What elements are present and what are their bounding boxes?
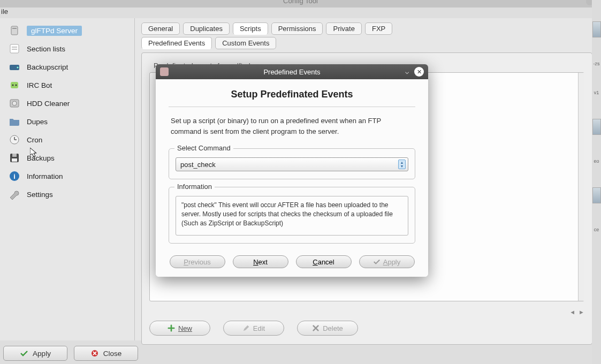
- delete-button[interactable]: Delete: [297, 321, 358, 336]
- sidebar-item-label: Backups: [27, 154, 55, 162]
- plus-icon: [168, 324, 175, 332]
- svg-point-11: [12, 101, 17, 105]
- close-button-label: Close: [103, 350, 122, 358]
- next-button-label: Next: [253, 258, 268, 266]
- dialog-close-icon[interactable]: ✕: [414, 67, 424, 77]
- sidebar-item-label: glFTPd Server: [27, 26, 82, 36]
- dialog-app-icon: [160, 67, 169, 76]
- edit-button[interactable]: Edit: [223, 321, 284, 336]
- svg-rect-0: [11, 26, 18, 35]
- sidebar-item-irc-bot[interactable]: IRC Bot: [0, 76, 134, 94]
- information-label: Information: [174, 183, 215, 191]
- h-scroll-arrows[interactable]: ◄►: [569, 309, 584, 315]
- sidebar-item-label: Dupes: [27, 118, 48, 126]
- spinner-icon[interactable]: ▲▼: [398, 160, 406, 169]
- hdd-icon: [7, 96, 21, 110]
- sidebar-item-label: HDD Cleaner: [27, 100, 70, 108]
- predefined-events-dialog: Predefined Events ⌵ ✕ Setup Predefinated…: [156, 64, 428, 277]
- close-button[interactable]: Close: [74, 346, 138, 361]
- tab-scripts[interactable]: Scripts: [233, 22, 268, 35]
- svg-text:i: i: [13, 172, 16, 180]
- sidebar-item-hdd-cleaner[interactable]: HDD Cleaner: [0, 94, 134, 112]
- select-command-label: Select Command: [174, 144, 233, 152]
- new-button[interactable]: New: [149, 321, 210, 336]
- thumbnail[interactable]: [592, 187, 601, 203]
- next-button[interactable]: Next: [233, 255, 288, 268]
- list-icon: [7, 42, 21, 56]
- dialog-apply-button[interactable]: Apply: [359, 255, 415, 268]
- clock-icon: [7, 133, 21, 147]
- x-icon: [312, 324, 319, 332]
- check-icon: [20, 349, 28, 358]
- dialog-apply-label: Apply: [383, 258, 401, 266]
- previous-button-label: Previous: [184, 258, 211, 266]
- svg-point-8: [12, 85, 14, 86]
- sidebar-item-label: Section lists: [27, 45, 65, 53]
- vertical-scrollbar[interactable]: [578, 73, 584, 301]
- menu-file[interactable]: ile: [1, 7, 8, 16]
- tab-private[interactable]: Private: [326, 22, 361, 35]
- svg-point-9: [16, 85, 17, 86]
- drive-icon: [7, 60, 21, 74]
- information-fieldset: Information "post check" This event will…: [169, 187, 415, 244]
- sidebar-item-label: Settings: [27, 191, 53, 199]
- new-button-label: New: [178, 324, 192, 332]
- sidebar: glFTPd Server Section lists Backupscript…: [0, 18, 135, 340]
- previous-button[interactable]: Previous: [170, 255, 225, 268]
- tab-fxp[interactable]: FXP: [365, 22, 392, 35]
- cancel-button-label: Cancel: [313, 258, 334, 266]
- command-combo[interactable]: post_check ▲▼: [176, 157, 408, 171]
- sidebar-item-section-lists[interactable]: Section lists: [0, 40, 134, 58]
- wrench-icon: [7, 187, 21, 201]
- scroll-left-icon: ◄: [569, 309, 575, 315]
- tab-permissions[interactable]: Permissions: [271, 22, 323, 35]
- sidebar-item-information[interactable]: i Information: [0, 167, 134, 185]
- information-text: "post check" This event will occur AFTER…: [176, 196, 408, 236]
- apply-button[interactable]: Apply: [3, 346, 67, 361]
- subtab-custom[interactable]: Custom Events: [215, 37, 276, 49]
- floppy-icon: [7, 151, 21, 165]
- check-icon: [373, 258, 381, 266]
- main-tabs: General Duplicates Scripts Permissions P…: [141, 22, 592, 35]
- svg-rect-2: [10, 44, 19, 53]
- svg-point-6: [17, 66, 18, 68]
- pencil-icon: [242, 324, 250, 332]
- cancel-button[interactable]: Cancel: [296, 255, 352, 268]
- window-titlebar: Config Tool: [0, 0, 601, 7]
- dialog-collapse-icon[interactable]: ⌵: [405, 68, 409, 75]
- robot-icon: [7, 78, 21, 92]
- menubar: ile: [0, 7, 601, 19]
- folder-icon: [7, 115, 21, 128]
- sidebar-item-glftpd-server[interactable]: glFTPd Server: [0, 21, 134, 40]
- sidebar-item-backups[interactable]: Backups: [0, 149, 134, 167]
- sidebar-item-label: IRC Bot: [27, 81, 52, 89]
- tab-general[interactable]: General: [141, 22, 180, 35]
- sidebar-item-settings[interactable]: Settings: [0, 185, 134, 203]
- sidebar-item-cron[interactable]: Cron: [0, 131, 134, 149]
- sidebar-item-label: Backupscript: [27, 63, 68, 71]
- sidebar-thumbnails: -zs v1 eo ce: [592, 0, 601, 364]
- dialog-titlebar[interactable]: Predefined Events ⌵ ✕: [156, 64, 428, 79]
- svg-rect-7: [11, 82, 18, 88]
- dialog-description: Set up a script (or binary) to run on a …: [169, 116, 415, 136]
- svg-rect-17: [12, 158, 17, 162]
- thumbnail[interactable]: [592, 21, 601, 37]
- sidebar-item-label: Information: [27, 172, 63, 180]
- scroll-right-icon: ►: [579, 309, 584, 315]
- thumbnail[interactable]: [592, 119, 601, 135]
- dialog-title: Predefined Events: [263, 68, 320, 76]
- server-icon: [7, 24, 21, 37]
- sidebar-item-label: Cron: [27, 136, 42, 144]
- window-title: Config Tool: [283, 0, 318, 5]
- info-icon: i: [7, 169, 21, 183]
- sidebar-item-backupscript[interactable]: Backupscript: [0, 58, 134, 76]
- dialog-heading: Setup Predefinated Events: [169, 89, 415, 100]
- sidebar-item-dupes[interactable]: Dupes: [0, 112, 134, 131]
- select-command-fieldset: Select Command post_check ▲▼: [169, 148, 415, 179]
- delete-button-label: Delete: [323, 324, 343, 332]
- apply-button-label: Apply: [33, 350, 51, 358]
- edit-button-label: Edit: [253, 324, 265, 332]
- tab-duplicates[interactable]: Duplicates: [183, 22, 230, 35]
- subtab-predefined[interactable]: Predefined Events: [141, 37, 212, 49]
- sub-tabs: Predefined Events Custom Events: [141, 37, 592, 49]
